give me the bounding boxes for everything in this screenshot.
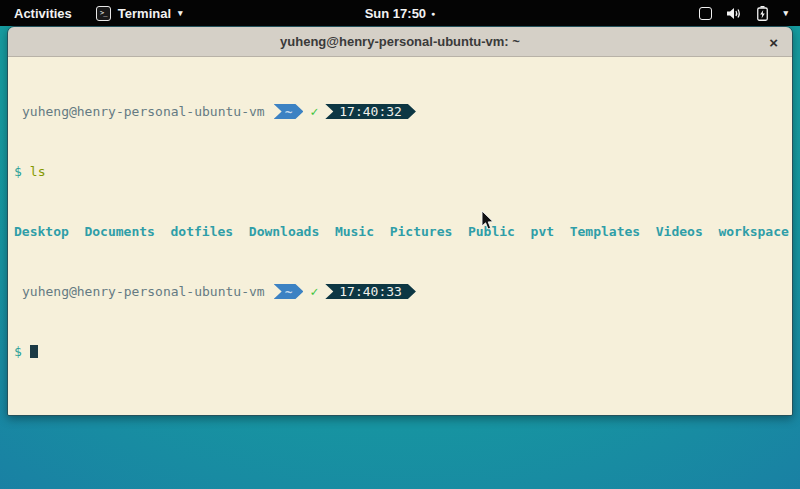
app-menu-terminal[interactable]: >_ Terminal ▾: [86, 0, 193, 26]
terminal-body[interactable]: yuheng@henry-personal-ubuntu-vm ~ ✓ 17:4…: [8, 57, 792, 415]
check-icon: ✓: [310, 104, 318, 119]
prompt-user-host: yuheng@henry-personal-ubuntu-vm: [22, 284, 265, 299]
clock-menu[interactable]: Sun 17:50 ●: [365, 0, 436, 26]
battery-charging-icon: [757, 6, 768, 21]
prompt-line: yuheng@henry-personal-ubuntu-vm ~ ✓ 17:4…: [14, 284, 792, 299]
terminal-window: yuheng@henry-personal-ubuntu-vm: ~ × yuh…: [7, 26, 793, 416]
terminal-cursor: [30, 345, 38, 358]
notification-dot-icon: ●: [431, 10, 435, 17]
prompt-dollar: $: [14, 164, 22, 179]
clock-label: Sun 17:50: [365, 6, 426, 21]
display-icon: [699, 7, 712, 20]
prompt-user-host: yuheng@henry-personal-ubuntu-vm: [22, 104, 265, 119]
prompt-path-segment: ~: [274, 284, 304, 299]
activities-label: Activities: [14, 6, 72, 21]
window-titlebar[interactable]: yuheng@henry-personal-ubuntu-vm: ~ ×: [8, 27, 792, 57]
app-menu-label: Terminal: [118, 6, 171, 21]
window-title: yuheng@henry-personal-ubuntu-vm: ~: [280, 34, 520, 49]
command-line: $: [14, 344, 792, 359]
chevron-down-icon: ▾: [178, 9, 183, 18]
command-line: $ ls: [14, 164, 792, 179]
prompt-dollar: $: [14, 344, 22, 359]
ls-output-line: Desktop Documents dotfiles Downloads Mus…: [14, 224, 792, 239]
system-status-menu[interactable]: ▾: [699, 0, 800, 26]
top-bar: Activities >_ Terminal ▾ Sun 17:50 ●: [0, 0, 800, 26]
activities-button[interactable]: Activities: [0, 0, 86, 26]
prompt-line: yuheng@henry-personal-ubuntu-vm ~ ✓ 17:4…: [14, 104, 792, 119]
check-icon: ✓: [310, 284, 318, 299]
volume-icon: [727, 7, 742, 20]
close-icon[interactable]: ×: [769, 34, 778, 49]
mouse-cursor-icon: [481, 210, 494, 234]
prompt-time-segment: 17:40:33: [325, 284, 416, 299]
prompt-time-segment: 17:40:32: [325, 104, 416, 119]
terminal-app-icon: >_: [96, 6, 111, 21]
typed-command: ls: [30, 164, 46, 179]
prompt-path-segment: ~: [274, 104, 304, 119]
chevron-down-icon: ▾: [783, 9, 788, 18]
